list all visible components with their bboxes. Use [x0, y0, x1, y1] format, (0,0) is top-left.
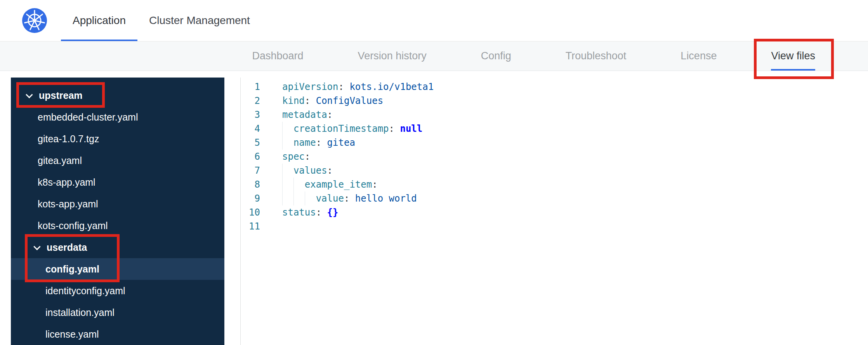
line-number: 11 — [241, 219, 260, 233]
subnav-tab-view-files[interactable]: View files — [771, 41, 815, 71]
token-val: kots.io/v1beta1 — [349, 80, 434, 94]
line-content: example_item: — [282, 178, 378, 191]
subnav-tab-version-history[interactable]: Version history — [358, 41, 427, 71]
subnav-tab-dashboard[interactable]: Dashboard — [252, 41, 304, 71]
line-number: 9 — [241, 191, 260, 205]
tree-file-kots-config-yaml[interactable]: kots-config.yaml — [11, 215, 224, 236]
line-content: metadata: — [282, 108, 333, 122]
tree-folder-userdata[interactable]: userdata — [11, 236, 224, 258]
token-pun: : — [316, 205, 327, 219]
line-content: creationTimestamp: null — [282, 122, 422, 136]
token-key: metadata — [282, 108, 327, 122]
code-line: 10status: {} — [241, 205, 868, 219]
tree-file-gitea-1-0-7-tgz[interactable]: gitea-1.0.7.tgz — [11, 128, 224, 150]
token-key: creationTimestamp — [293, 122, 389, 136]
code-line: 5name: gitea — [241, 136, 868, 150]
header-tab-cluster-management[interactable]: Cluster Management — [137, 0, 262, 41]
code-line: 3metadata: — [241, 108, 868, 122]
line-content: apiVersion: kots.io/v1beta1 — [282, 80, 434, 94]
editor-lines: 1apiVersion: kots.io/v1beta12kind: Confi… — [241, 80, 868, 233]
app-subnav-tabs: DashboardVersion historyConfigTroublesho… — [0, 41, 868, 71]
token-pun: : — [327, 164, 333, 178]
tree-file-installation-yaml[interactable]: installation.yaml — [11, 302, 224, 323]
line-content: name: gitea — [282, 136, 355, 150]
chevron-down-icon[interactable] — [33, 243, 40, 250]
file-label: embedded-cluster.yaml — [38, 112, 138, 123]
token-pun: : — [389, 122, 400, 136]
indent-guide — [282, 136, 293, 150]
token-key: status — [282, 205, 316, 219]
tree-file-config-yaml[interactable]: config.yaml — [11, 258, 224, 280]
line-number: 7 — [241, 164, 260, 178]
token-pun: : — [316, 136, 327, 150]
tree-file-license-yaml[interactable]: license.yaml — [11, 323, 224, 345]
folder-label: userdata — [47, 242, 87, 253]
indent-guide — [305, 191, 316, 205]
file-tree: upstreamembedded-cluster.yamlgitea-1.0.7… — [11, 85, 224, 345]
file-label: kots-config.yaml — [38, 220, 108, 231]
file-label: installation.yaml — [45, 307, 115, 318]
indent-guide — [282, 178, 293, 191]
token-pun: : — [339, 80, 350, 94]
file-label: gitea.yaml — [38, 155, 82, 166]
token-key: apiVersion — [282, 80, 339, 94]
tree-file-embedded-cluster-yaml[interactable]: embedded-cluster.yaml — [11, 106, 224, 128]
code-line: 4creationTimestamp: null — [241, 122, 868, 136]
code-line: 11 — [241, 219, 868, 233]
token-key: name — [293, 136, 316, 150]
token-pun: : — [305, 150, 310, 164]
kots-admin-console: ApplicationCluster Management DashboardV… — [0, 0, 868, 345]
top-bar: ApplicationCluster Management — [0, 0, 868, 41]
tree-folder-upstream[interactable]: upstream — [11, 85, 224, 106]
tree-file-kots-app-yaml[interactable]: kots-app.yaml — [11, 193, 224, 215]
code-line: 7values: — [241, 164, 868, 178]
line-number: 3 — [241, 108, 260, 122]
line-number: 1 — [241, 80, 260, 94]
token-key: kind — [282, 94, 305, 108]
line-content: values: — [282, 164, 333, 178]
token-val: ConfigValues — [316, 94, 383, 108]
indent-guide — [282, 191, 293, 205]
token-key: spec — [282, 150, 305, 164]
code-line: 6spec: — [241, 150, 868, 164]
tree-file-gitea-yaml[interactable]: gitea.yaml — [11, 150, 224, 171]
kubernetes-logo-icon[interactable] — [22, 8, 47, 33]
token-val: hello world — [355, 191, 417, 205]
line-number: 8 — [241, 178, 260, 191]
line-content: spec: — [282, 150, 310, 164]
header-tabs: ApplicationCluster Management — [61, 0, 262, 41]
code-line: 9value: hello world — [241, 191, 868, 205]
folder-label: upstream — [39, 90, 83, 101]
tree-file-k8s-app-yaml[interactable]: k8s-app.yaml — [11, 171, 224, 193]
tree-file-identityconfig-yaml[interactable]: identityconfig.yaml — [11, 280, 224, 302]
subnav-tab-license[interactable]: License — [681, 41, 717, 71]
token-pun: : — [372, 178, 377, 191]
token-key: value — [316, 191, 344, 205]
indent-guide — [282, 122, 293, 136]
file-label: k8s-app.yaml — [38, 177, 95, 188]
file-tree-sidebar: upstreamembedded-cluster.yamlgitea-1.0.7… — [11, 78, 224, 345]
indent-guide — [293, 191, 305, 205]
subnav-tab-troubleshoot[interactable]: Troubleshoot — [566, 41, 627, 71]
line-number: 10 — [241, 205, 260, 219]
line-number: 6 — [241, 150, 260, 164]
token-key: example_item — [305, 178, 372, 191]
subnav-tab-config[interactable]: Config — [481, 41, 511, 71]
token-pun: : — [327, 108, 333, 122]
header-tab-application[interactable]: Application — [61, 0, 137, 41]
token-key: values — [293, 164, 327, 178]
file-label: identityconfig.yaml — [45, 285, 125, 297]
token-val: gitea — [327, 136, 355, 150]
line-number: 4 — [241, 122, 260, 136]
indent-guide — [282, 164, 293, 178]
file-label: gitea-1.0.7.tgz — [38, 133, 99, 145]
file-label: config.yaml — [45, 264, 99, 275]
chevron-down-icon[interactable] — [26, 91, 33, 98]
line-content: kind: ConfigValues — [282, 94, 383, 108]
indent-guide — [293, 178, 305, 191]
token-pun: : — [344, 191, 355, 205]
file-viewer-editor[interactable]: 1apiVersion: kots.io/v1beta12kind: Confi… — [240, 78, 868, 345]
code-line: 1apiVersion: kots.io/v1beta1 — [241, 80, 868, 94]
code-line: 8example_item: — [241, 178, 868, 191]
line-number: 2 — [241, 94, 260, 108]
